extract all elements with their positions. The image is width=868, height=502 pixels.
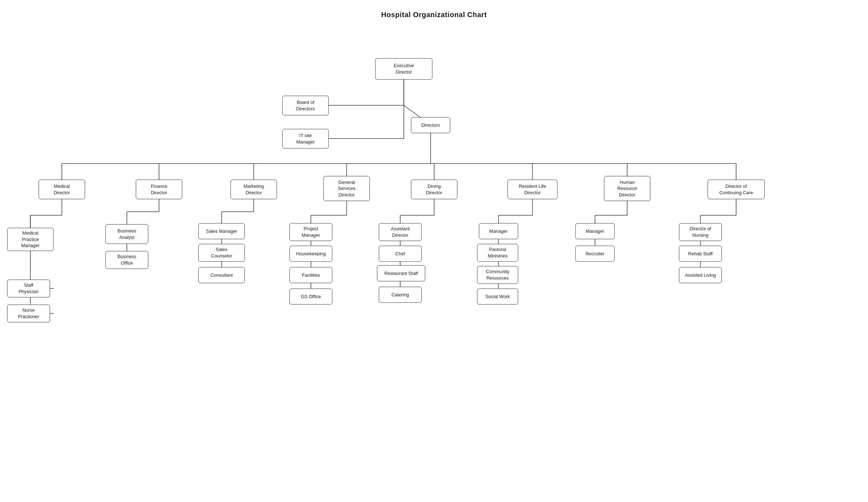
page-title: Hospital Organizational Chart (0, 0, 868, 22)
node-it-site-manager: IT siteManager (282, 129, 329, 149)
node-pastoral-ministries: PastoralMinistries (477, 244, 518, 262)
node-board-of-directors: Board ofDirectors (282, 96, 329, 115)
node-manager-rl: Manager (479, 223, 518, 239)
node-business-analyst: BusinessAnalyst (105, 224, 148, 244)
node-director-of-nursing: Director ofNursing (679, 223, 722, 241)
node-catering: Catering (379, 287, 422, 303)
node-medical-director: MedicalDirector (39, 180, 85, 199)
node-medical-practice-manager: MedicalPracticeManager (7, 228, 54, 251)
node-dining-director: DiningDirector (411, 180, 457, 199)
node-staff-physician: StaffPhysician (7, 280, 50, 297)
node-director-continuing-care: Director ofContinuing Care (708, 180, 765, 199)
node-general-services-director: GeneralServicesDirector (323, 176, 370, 201)
node-community-resources: CommunityResources (477, 266, 518, 284)
node-consultant: Consultant (198, 267, 245, 283)
node-project-manager: ProjectManager (289, 223, 332, 241)
node-sales-counselor: SalesCounselor (198, 244, 245, 262)
node-assistant-director: AssistantDirector (379, 223, 422, 241)
node-chef: Chef (379, 246, 422, 262)
org-chart: ExecutiveDirector Board ofDirectors Dire… (0, 22, 868, 502)
node-facilities: Facilities (289, 267, 332, 283)
node-directors: Directors (411, 117, 450, 133)
node-housekeeping: Housekeeping (289, 246, 332, 262)
node-rehab-staff: Rehab Staff (679, 246, 722, 262)
node-business-office: BusinessOffice (105, 251, 148, 269)
node-finance-director: FinanceDirector (136, 180, 182, 199)
node-gs-office: GS Office (289, 288, 332, 305)
node-sales-manager: Sales Manager (198, 223, 245, 239)
node-assisted-living: Assisted Living (679, 267, 722, 283)
node-manager-hr: Manager (575, 223, 615, 239)
node-human-resource-director: HumanResourceDirector (604, 176, 650, 201)
node-executive-director: ExecutiveDirector (375, 58, 432, 80)
node-social-work: Social Work (477, 288, 518, 305)
node-nurse-practioner: NursePractioner (7, 305, 50, 322)
node-recruiter: Recruiter (575, 246, 615, 262)
node-resident-life-director: Resident LifeDirector (507, 180, 557, 199)
node-marketing-director: MarketingDirector (230, 180, 277, 199)
node-restaurant-staff: Restaurant Staff (377, 265, 425, 281)
